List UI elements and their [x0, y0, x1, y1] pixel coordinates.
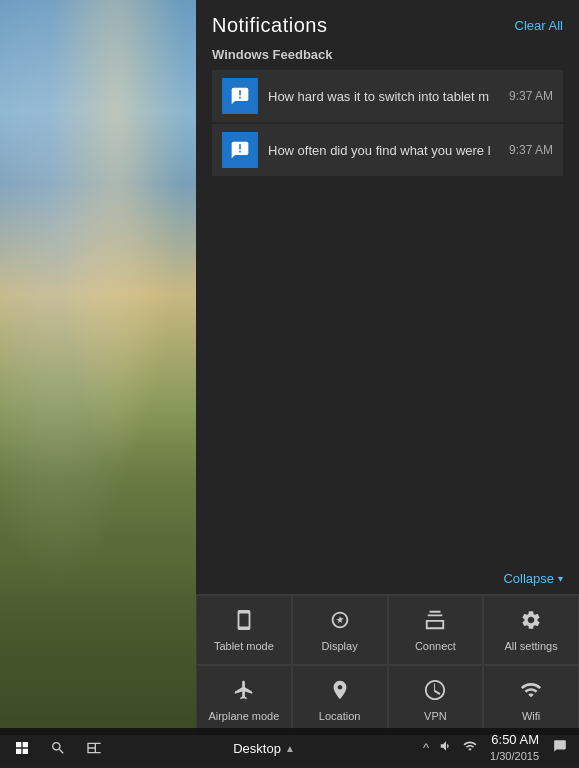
quick-action-label: Location — [319, 710, 361, 722]
clock-time: 6:50 AM — [490, 731, 539, 749]
taskbar: Desktop ▲ ^ 6:50 AM 1/30/2015 — [0, 728, 579, 768]
search-button[interactable] — [42, 732, 74, 764]
desktop-label: Desktop — [233, 741, 281, 756]
clear-all-button[interactable]: Clear All — [515, 18, 563, 33]
airplane-icon — [233, 679, 255, 704]
volume-icon[interactable] — [436, 737, 456, 758]
start-button[interactable] — [6, 732, 38, 764]
notification-time: 9:37 AM — [509, 143, 553, 157]
action-center-button[interactable] — [549, 737, 571, 758]
quick-action-connect[interactable]: Connect — [388, 595, 484, 665]
quick-action-label: All settings — [505, 640, 558, 652]
quick-action-location[interactable]: Location — [292, 665, 388, 735]
notification-group-title: Windows Feedback — [212, 47, 563, 62]
feedback-icon — [230, 86, 250, 106]
desktop-wallpaper — [0, 0, 196, 735]
desktop-button[interactable]: Desktop ▲ — [225, 737, 303, 760]
chevron-up-icon: ▲ — [285, 743, 295, 754]
quick-action-wifi[interactable]: Wifi — [483, 665, 579, 735]
quick-action-vpn[interactable]: VPN — [388, 665, 484, 735]
tablet-mode-icon — [233, 609, 255, 634]
quick-action-label: Airplane mode — [208, 710, 279, 722]
notification-panel: Notifications Clear All Windows Feedback… — [196, 0, 579, 735]
quick-action-label: Display — [322, 640, 358, 652]
system-clock[interactable]: 6:50 AM 1/30/2015 — [484, 731, 545, 765]
quick-action-airplane-mode[interactable]: Airplane mode — [196, 665, 292, 735]
task-view-button[interactable] — [78, 732, 110, 764]
panel-header: Notifications Clear All — [196, 0, 579, 47]
collapse-button[interactable]: Collapse ▾ — [503, 571, 563, 586]
clock-date: 1/30/2015 — [490, 749, 539, 764]
notification-text: How often did you find what you were l — [268, 143, 501, 158]
quick-action-label: Wifi — [522, 710, 540, 722]
notification-app-icon — [222, 132, 258, 168]
panel-title: Notifications — [212, 14, 327, 37]
quick-action-all-settings[interactable]: All settings — [483, 595, 579, 665]
chevron-down-icon: ▾ — [558, 573, 563, 584]
notification-app-icon — [222, 78, 258, 114]
taskbar-left — [0, 732, 116, 764]
quick-action-display[interactable]: Display — [292, 595, 388, 665]
quick-action-label: VPN — [424, 710, 447, 722]
settings-icon — [520, 609, 542, 634]
hidden-icons-button[interactable]: ^ — [420, 738, 432, 757]
vpn-icon — [424, 679, 446, 704]
display-icon — [329, 609, 351, 634]
notification-item[interactable]: How often did you find what you were l 9… — [212, 124, 563, 176]
taskbar-right: ^ 6:50 AM 1/30/2015 — [412, 731, 579, 765]
notification-item[interactable]: How hard was it to switch into tablet m … — [212, 70, 563, 122]
quick-action-tablet-mode[interactable]: Tablet mode — [196, 595, 292, 665]
collapse-label: Collapse — [503, 571, 554, 586]
quick-action-label: Connect — [415, 640, 456, 652]
network-icon[interactable] — [460, 737, 480, 758]
collapse-area: Collapse ▾ — [196, 563, 579, 594]
location-icon — [329, 679, 351, 704]
feedback-icon — [230, 140, 250, 160]
wifi-icon — [520, 679, 542, 704]
notification-text: How hard was it to switch into tablet m — [268, 89, 501, 104]
notification-time: 9:37 AM — [509, 89, 553, 103]
quick-action-label: Tablet mode — [214, 640, 274, 652]
taskbar-center: Desktop ▲ — [116, 737, 412, 760]
quick-actions-grid: Tablet mode Display Connect — [196, 594, 579, 735]
notification-group: Windows Feedback How hard was it to swit… — [196, 47, 579, 178]
connect-icon — [424, 609, 446, 634]
